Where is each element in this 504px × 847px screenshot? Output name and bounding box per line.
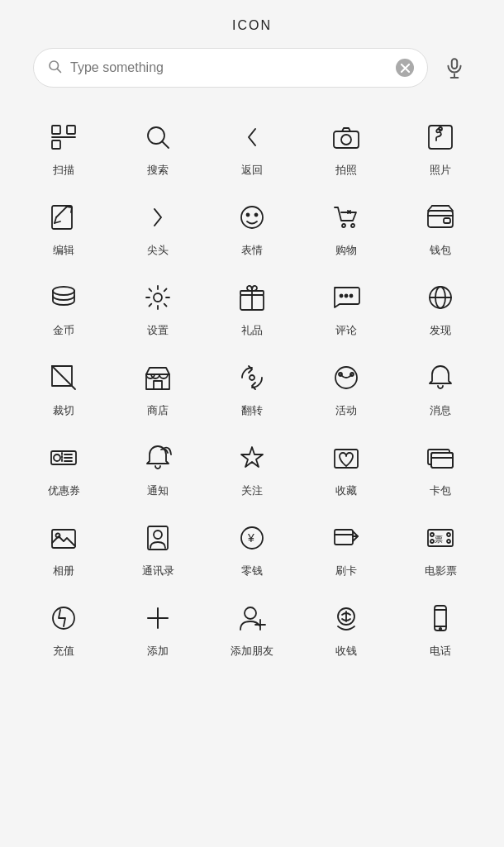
receivemoney-label: 收钱 <box>335 644 357 659</box>
icon-item-emoji[interactable]: 表情 <box>205 188 299 268</box>
icon-item-cardpack[interactable]: 卡包 <box>393 428 487 508</box>
back-icon <box>237 122 267 156</box>
icon-item-flip[interactable]: 翻转 <box>205 348 299 428</box>
icon-item-change[interactable]: ¥ 零钱 <box>205 508 299 588</box>
follow-icon <box>237 443 267 477</box>
icon-item-photo[interactable]: 照片 <box>393 107 487 188</box>
svg-point-31 <box>53 287 74 295</box>
icon-item-movie[interactable]: 票 电影票 <box>393 508 487 588</box>
movie-icon: 票 <box>426 523 455 557</box>
svg-point-44 <box>250 375 254 380</box>
svg-line-12 <box>162 141 169 148</box>
icon-item-shop[interactable]: 商店 <box>111 348 205 428</box>
svg-point-61 <box>56 534 60 538</box>
coupon-label: 优惠券 <box>48 483 80 498</box>
svg-point-71 <box>430 540 434 543</box>
phone-icon <box>426 603 455 637</box>
icon-item-back[interactable]: 返回 <box>205 107 299 188</box>
follow-label: 关注 <box>241 483 263 498</box>
change-label: 零钱 <box>241 564 263 578</box>
svg-point-24 <box>342 224 345 227</box>
icon-item-settings[interactable]: 设置 <box>111 268 205 348</box>
svg-rect-57 <box>431 453 453 468</box>
cardpack-icon <box>426 443 455 477</box>
icon-item-search[interactable]: 搜索 <box>111 107 205 188</box>
icon-item-favorite[interactable]: 收藏 <box>299 428 393 508</box>
add-icon <box>143 603 173 637</box>
icon-item-scan[interactable]: 扫描 <box>17 107 111 188</box>
swipecard-icon <box>331 523 361 557</box>
icon-item-phone[interactable]: 电话 <box>393 588 487 669</box>
discover-icon <box>426 283 455 316</box>
svg-point-72 <box>447 533 450 536</box>
icon-item-comment[interactable]: 评论 <box>299 268 393 348</box>
svg-rect-9 <box>52 140 60 149</box>
cardpack-label: 卡包 <box>430 483 451 498</box>
svg-point-14 <box>341 135 351 145</box>
comment-icon <box>331 283 361 316</box>
coupon-icon <box>49 443 78 477</box>
notification-label: 消息 <box>430 403 451 418</box>
svg-line-18 <box>56 207 67 217</box>
svg-rect-55 <box>335 450 358 468</box>
notify-label: 通知 <box>147 483 169 498</box>
icon-item-recharge[interactable]: 充值 <box>17 588 111 669</box>
icon-item-add[interactable]: 添加 <box>111 588 205 669</box>
icon-item-follow[interactable]: 关注 <box>205 428 299 508</box>
mic-button[interactable] <box>438 51 471 84</box>
icon-item-coin[interactable]: 金币 <box>17 268 111 348</box>
icon-item-cart[interactable]: 购物 <box>299 188 393 268</box>
icon-item-receivemoney[interactable]: 收钱 <box>299 588 393 669</box>
svg-point-73 <box>447 540 450 543</box>
wallet-label: 钱包 <box>430 243 451 258</box>
notification-icon <box>426 363 455 397</box>
page-title: ICON <box>0 0 504 48</box>
activity-icon <box>331 363 361 397</box>
svg-point-32 <box>154 293 162 302</box>
emoji-icon <box>237 202 267 236</box>
icon-item-crop[interactable]: 裁切 <box>17 348 111 428</box>
svg-marker-54 <box>241 447 263 467</box>
svg-rect-13 <box>334 131 359 148</box>
icon-item-activity[interactable]: 活动 <box>299 348 393 428</box>
icon-item-contacts[interactable]: 通讯录 <box>111 508 205 588</box>
settings-label: 设置 <box>147 323 169 338</box>
phone-label: 电话 <box>430 644 451 659</box>
icon-item-swipecard[interactable]: 刷卡 <box>299 508 393 588</box>
scan-icon <box>49 122 78 156</box>
crop-icon <box>49 363 78 397</box>
flip-icon <box>237 363 267 397</box>
recharge-label: 充值 <box>53 644 74 659</box>
svg-rect-66 <box>335 530 353 545</box>
flip-label: 翻转 <box>241 403 263 418</box>
addfriend-label: 添加朋友 <box>231 644 273 659</box>
svg-point-38 <box>350 295 353 297</box>
wallet-icon <box>426 202 455 236</box>
icon-item-edit[interactable]: 编辑 <box>17 188 111 268</box>
icon-item-discover[interactable]: 发现 <box>393 268 487 348</box>
icon-item-camera[interactable]: 拍照 <box>299 107 393 188</box>
icon-item-notification[interactable]: 消息 <box>393 348 487 428</box>
icon-item-album[interactable]: 相册 <box>17 508 111 588</box>
icon-item-forward[interactable]: 尖头 <box>111 188 205 268</box>
icon-item-addfriend[interactable]: 添加朋友 <box>205 588 299 669</box>
clear-button[interactable] <box>396 59 414 77</box>
gift-icon <box>237 283 267 316</box>
icon-item-coupon[interactable]: 优惠券 <box>17 428 111 508</box>
search-input[interactable] <box>70 60 388 75</box>
svg-text:票: 票 <box>435 535 443 544</box>
settings-icon <box>143 283 173 316</box>
svg-rect-27 <box>444 218 450 223</box>
shop-label: 商店 <box>147 403 169 418</box>
search-icon <box>143 122 173 156</box>
icon-item-wallet[interactable]: 钱包 <box>393 188 487 268</box>
receivemoney-icon <box>331 603 361 637</box>
album-icon <box>49 523 78 557</box>
svg-point-25 <box>351 224 354 227</box>
svg-rect-7 <box>52 126 60 134</box>
icon-item-gift[interactable]: 礼品 <box>205 268 299 348</box>
camera-icon <box>331 122 361 156</box>
icon-item-notify[interactable]: 通知 <box>111 428 205 508</box>
addfriend-icon <box>237 603 267 637</box>
svg-point-36 <box>340 295 343 297</box>
